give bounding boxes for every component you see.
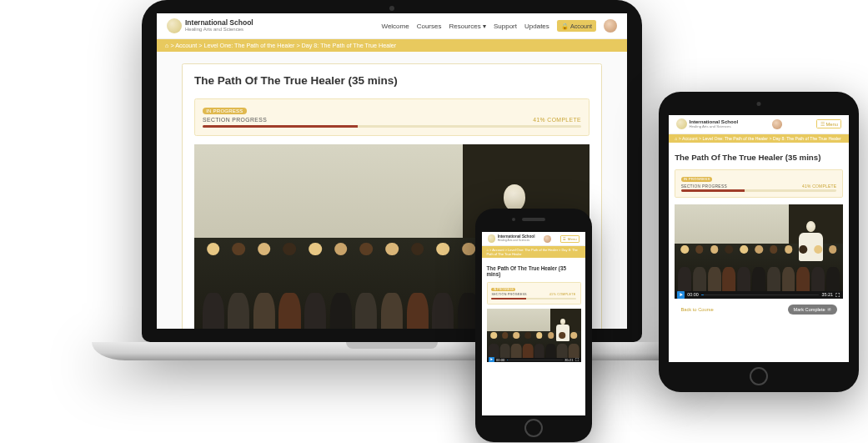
nav-updates[interactable]: Updates — [524, 23, 549, 30]
check-icon: ✓ — [827, 308, 830, 311]
status-badge: IN PROGRESS — [203, 108, 247, 114]
video-scrubber[interactable] — [507, 360, 563, 360]
nav-welcome[interactable]: Welcome — [381, 23, 409, 30]
progress-bar-fill — [203, 125, 358, 128]
logo[interactable]: International School Healing Arts and Sc… — [167, 18, 253, 33]
header: International School Healing Arts and Sc… — [157, 13, 627, 39]
video-scrubber[interactable] — [701, 294, 819, 296]
logo-line2: Healing Arts and Sciences — [185, 27, 253, 32]
breadcrumb: ⌂ > Account > Level One: The Path of the… — [157, 39, 627, 52]
progress-box: IN PROGRESS SECTION PROGRESS 41% COMPLET… — [194, 98, 590, 136]
lesson-title: The Path Of The True Healer (35 mins) — [487, 265, 581, 277]
logo-line1: International School — [185, 19, 253, 27]
menu-button[interactable]: ☰ Menu — [560, 235, 580, 243]
account-button[interactable]: 🔒 Account — [557, 20, 596, 31]
menu-button[interactable]: ☰ Menu — [816, 119, 841, 128]
lesson-title: The Path Of The True Healer (35 mins) — [675, 153, 843, 162]
laptop-camera — [389, 6, 394, 11]
hamburger-icon: ☰ — [820, 122, 825, 127]
crumb-lesson[interactable]: Day 8: The Path of The True Healer — [302, 42, 397, 49]
video-player[interactable]: 00:00 35:21 — [487, 309, 581, 362]
nav-support[interactable]: Support — [494, 23, 517, 30]
chevron-down-icon: ▾ — [483, 23, 486, 30]
home-icon[interactable]: ⌂ — [165, 42, 168, 49]
hamburger-icon: ☰ — [563, 237, 566, 241]
header: International School Healing Arts and Sc… — [669, 115, 849, 134]
fullscreen-icon[interactable] — [575, 358, 579, 361]
breadcrumb: ⌂ > Account > Level One: The Path of the… — [482, 246, 585, 258]
fullscreen-icon[interactable] — [835, 293, 840, 297]
home-icon[interactable]: ⌂ — [675, 136, 677, 141]
crumb-account[interactable]: Account — [175, 42, 197, 49]
play-button[interactable] — [489, 357, 494, 362]
device-tablet: International School Healing Arts and Sc… — [659, 92, 859, 392]
logo[interactable]: International School Healing Arts and Sc… — [676, 118, 739, 129]
logo-icon — [488, 234, 496, 243]
avatar[interactable] — [604, 19, 617, 33]
progress-box: IN PROGRESS SECTION PROGRESS 41% COMPLET… — [675, 169, 843, 198]
progress-percent: 41% COMPLETE — [533, 117, 581, 123]
mark-complete-button[interactable]: Mark Complete ✓ — [788, 305, 837, 315]
device-phone: International School Healing Arts and Sc… — [475, 209, 592, 442]
logo-icon — [167, 18, 182, 33]
avatar[interactable] — [772, 119, 782, 129]
phone-home-button[interactable] — [524, 419, 543, 437]
nav-resources[interactable]: Resources ▾ — [449, 23, 485, 30]
progress-bar — [203, 125, 581, 128]
lesson-actions: Back to Course Mark Complete ✓ — [675, 299, 843, 320]
crumb-course[interactable]: Level One: The Path of the Healer — [203, 42, 294, 49]
nav-courses[interactable]: Courses — [417, 23, 442, 30]
avatar[interactable] — [544, 235, 551, 243]
play-button[interactable] — [677, 291, 685, 299]
breadcrumb: ⌂ > Account > Level One: The Path of the… — [669, 134, 849, 143]
back-to-course-link[interactable]: Back to Course — [680, 307, 713, 312]
lesson-title: The Path Of The True Healer (35 mins) — [194, 74, 590, 87]
video-player[interactable]: 00:00 35:21 — [675, 204, 843, 299]
logo-icon — [676, 118, 687, 129]
progress-label: SECTION PROGRESS — [203, 117, 267, 123]
header: International School Healing Arts and Sc… — [482, 232, 585, 246]
lock-icon: 🔒 — [561, 23, 569, 30]
tablet-home-button[interactable] — [750, 367, 768, 385]
logo[interactable]: International School Healing Arts and Sc… — [488, 234, 535, 243]
top-nav: Welcome Courses Resources ▾ Support Upda… — [381, 19, 617, 33]
